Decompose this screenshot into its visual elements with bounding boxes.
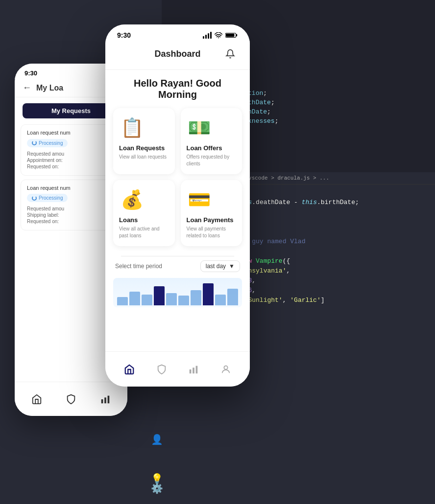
time-period-label: Select time period <box>115 263 162 270</box>
loans-icon: 💰 <box>119 187 145 212</box>
bell-icon <box>225 49 235 59</box>
back-button[interactable]: ← <box>23 83 31 93</box>
nav-chart-back[interactable] <box>100 394 111 405</box>
svg-rect-5 <box>226 34 234 37</box>
loan-detail-amount-2: Requested amou <box>27 206 115 211</box>
loan-requests-desc: View all loan requests <box>119 154 167 160</box>
chart-bar-6 <box>178 296 189 305</box>
chart-bar-3 <box>142 295 152 305</box>
loan-num-2: Loan request num <box>27 185 115 191</box>
svg-rect-6 <box>236 34 237 36</box>
nav-shield-front[interactable] <box>156 364 167 375</box>
svg-rect-2 <box>108 395 110 403</box>
phone-front-content: Hello Rayan! Good Morning 📋 Loan Request… <box>105 70 250 368</box>
nav-home-front[interactable] <box>124 364 135 375</box>
loan-detail-amount-1: Requested amou <box>27 151 115 157</box>
loan-offers-title: Loan Offers <box>187 144 222 152</box>
loan-detail-appt-1: Appointment on: <box>27 158 115 163</box>
dropdown-arrow-icon: ▼ <box>229 263 235 270</box>
time-period-value: last day <box>206 263 226 270</box>
loan-detail-requested-1: Requested on: <box>27 164 115 169</box>
notification-bell-button[interactable] <box>222 46 238 62</box>
chart-bar-10 <box>227 289 238 305</box>
processing-spin-icon-1 <box>32 140 37 145</box>
greeting-text: Hello Rayan! Good Morning <box>113 78 242 100</box>
chart-bar-1 <box>117 297 128 305</box>
chart-bars <box>113 278 242 307</box>
loan-payments-desc: View all payments related to loans <box>187 226 237 239</box>
chart-area <box>113 278 242 307</box>
time-period-select[interactable]: last day ▼ <box>200 260 240 272</box>
processing-badge-2: Processing <box>27 194 68 202</box>
dashboard-title: Dashboard <box>154 49 200 59</box>
phone-front-screen: 9:30 Dashboard <box>105 24 250 387</box>
loan-detail-shipping-2: Shipping label: <box>27 212 115 218</box>
loan-payments-card[interactable]: 💳 Loan Payments View all payments relate… <box>181 180 242 246</box>
signal-bars-icon <box>203 32 212 39</box>
chart-bar-8 <box>203 283 214 305</box>
phone-front-bottom-nav <box>105 351 250 387</box>
wifi-icon <box>215 32 222 38</box>
shield-nav-icon <box>156 364 167 375</box>
loans-title: Loans <box>119 216 138 224</box>
battery-icon <box>225 32 238 38</box>
loan-payments-title: Loan Payments <box>187 216 234 224</box>
chart-bar-2 <box>129 292 140 305</box>
loan-requests-card[interactable]: 📋 Loan Requests View all loan requests <box>113 108 175 174</box>
phone-front-topbar: Dashboard <box>105 42 250 70</box>
loan-requests-icon: 📋 <box>119 115 145 140</box>
loan-detail-requested-2: Requested on: <box>27 219 115 224</box>
chart-bar-7 <box>191 290 201 305</box>
chart-bar-9 <box>215 295 226 305</box>
svg-point-10 <box>224 366 227 369</box>
chart-nav-icon <box>188 364 199 375</box>
chart-bar-5 <box>166 293 177 305</box>
home-nav-icon <box>124 364 135 375</box>
phone-front-status-bar: 9:30 <box>105 24 250 42</box>
loan-offers-icon: 💵 <box>187 115 212 140</box>
processing-badge-1: Processing <box>27 139 68 147</box>
loan-num-1: Loan request num <box>27 130 115 136</box>
section-separator <box>121 256 234 256</box>
status-icons-group <box>203 32 238 39</box>
svg-rect-9 <box>196 366 198 373</box>
nav-person-front[interactable] <box>220 364 231 375</box>
shield-icon <box>66 394 76 405</box>
chart-bar-4 <box>154 286 165 305</box>
svg-rect-1 <box>104 397 106 403</box>
nav-chart-front[interactable] <box>188 364 199 375</box>
decorative-user-icon: 👤 <box>151 434 163 445</box>
nav-shield-back[interactable] <box>66 394 76 405</box>
decorative-settings-icon: ⚙️ <box>151 482 163 494</box>
loan-requests-title: Loan Requests <box>119 144 165 152</box>
svg-point-3 <box>218 37 219 38</box>
loan-offers-desc: Offers requested by clients <box>187 154 237 167</box>
loan-payments-icon: 💳 <box>187 187 212 212</box>
phone-back-time: 9:30 <box>24 69 37 77</box>
svg-rect-8 <box>193 367 195 373</box>
phone-front-time: 9:30 <box>117 31 131 39</box>
svg-rect-0 <box>101 399 103 403</box>
chart-icon <box>100 394 111 405</box>
home-icon <box>31 394 42 405</box>
person-nav-icon <box>220 364 231 375</box>
phone-back-bottom-nav <box>15 382 127 416</box>
processing-spin-icon-2 <box>32 196 37 201</box>
svg-rect-7 <box>190 369 192 373</box>
phone-back-title: My Loa <box>36 84 63 92</box>
time-period-row: Select time period last day ▼ <box>113 260 242 272</box>
loans-card[interactable]: 💰 Loans View all active and past loans <box>113 180 175 246</box>
nav-home-back[interactable] <box>31 394 42 405</box>
loans-desc: View all active and past loans <box>119 226 169 239</box>
loan-offers-card[interactable]: 💵 Loan Offers Offers requested by client… <box>181 108 242 174</box>
dashboard-grid: 📋 Loan Requests View all loan requests 💵… <box>113 108 242 246</box>
